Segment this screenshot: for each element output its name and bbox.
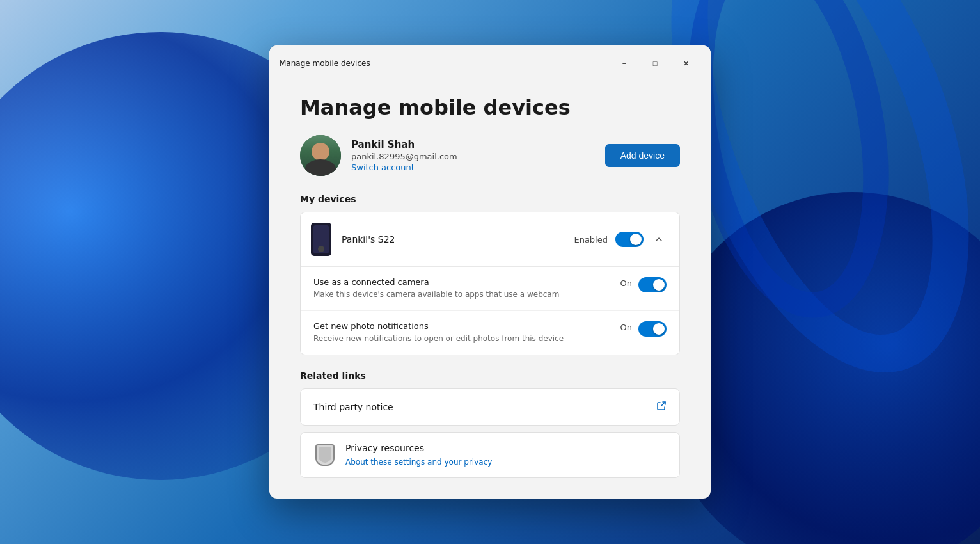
- user-profile-row: Pankil Shah pankil.82995@gmail.com Switc…: [300, 135, 680, 176]
- privacy-link[interactable]: About these settings and your privacy: [345, 458, 492, 467]
- privacy-info: Privacy resources About these settings a…: [345, 443, 492, 467]
- sub-setting-camera: Use as a connected camera Make this devi…: [301, 267, 679, 311]
- dialog-window: Manage mobile devices − □ ✕ Manage mobil…: [269, 45, 711, 499]
- avatar: [300, 135, 341, 176]
- sub-setting-camera-info: Use as a connected camera Make this devi…: [313, 277, 605, 300]
- sub-setting-camera-status: On: [620, 277, 632, 288]
- privacy-title: Privacy resources: [345, 443, 492, 453]
- sub-setting-photos-info: Get new photo notifications Receive new …: [313, 321, 605, 344]
- device-enable-toggle[interactable]: [615, 232, 644, 247]
- titlebar-title: Manage mobile devices: [280, 59, 610, 68]
- minimize-button[interactable]: −: [610, 53, 639, 74]
- devices-section-heading: My devices: [300, 194, 680, 204]
- external-link-icon: [656, 401, 667, 413]
- sub-setting-photos-status: On: [620, 321, 632, 332]
- user-info: Pankil Shah pankil.82995@gmail.com Switc…: [351, 139, 605, 172]
- third-party-notice-item[interactable]: Third party notice: [301, 389, 679, 425]
- add-device-button[interactable]: Add device: [605, 144, 680, 167]
- camera-toggle[interactable]: [638, 277, 667, 292]
- third-party-notice-label: Third party notice: [313, 402, 656, 412]
- device-name: Pankil's S22: [342, 234, 574, 244]
- user-name: Pankil Shah: [351, 139, 605, 150]
- related-links-heading: Related links: [300, 371, 680, 381]
- third-party-card: Third party notice: [300, 388, 680, 426]
- privacy-resources-card: Privacy resources About these settings a…: [300, 432, 680, 478]
- privacy-shield-icon: [313, 444, 336, 467]
- maximize-button[interactable]: □: [640, 53, 670, 74]
- user-email: pankil.82995@gmail.com: [351, 152, 605, 161]
- sub-setting-photos-desc: Receive new notifications to open or edi…: [313, 333, 605, 344]
- device-icon: [311, 223, 331, 256]
- titlebar-controls: − □ ✕: [610, 53, 700, 74]
- titlebar: Manage mobile devices − □ ✕: [269, 45, 711, 80]
- device-card: Pankil's S22 Enabled Use as a connected …: [300, 212, 680, 355]
- sub-setting-photos: Get new photo notifications Receive new …: [301, 311, 679, 355]
- page-title: Manage mobile devices: [300, 95, 680, 120]
- device-main-row: Pankil's S22 Enabled: [301, 212, 679, 267]
- sub-setting-camera-desc: Make this device's camera available to a…: [313, 289, 605, 300]
- close-button[interactable]: ✕: [671, 53, 700, 74]
- avatar-image: [300, 135, 341, 176]
- switch-account-link[interactable]: Switch account: [351, 163, 605, 172]
- content-area: Manage mobile devices Pankil Shah pankil…: [269, 80, 711, 499]
- shield-shape: [315, 444, 335, 466]
- sub-setting-photos-title: Get new photo notifications: [313, 321, 605, 331]
- sub-setting-camera-title: Use as a connected camera: [313, 277, 605, 287]
- device-status-label: Enabled: [574, 235, 608, 244]
- device-expand-button[interactable]: [649, 229, 669, 250]
- photos-toggle[interactable]: [638, 321, 667, 337]
